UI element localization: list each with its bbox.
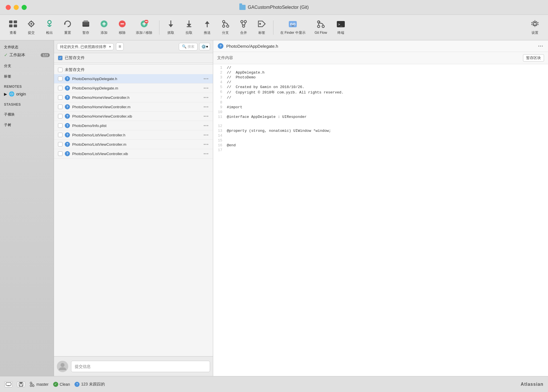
toolbar-checkout[interactable]: 检出 [41,18,58,37]
file-row-6[interactable]: ? PhotoDemo/ListViewController.h [54,130,213,140]
file-row-6-checkbox[interactable] [58,133,63,137]
file-row-5-checkbox[interactable] [58,123,63,128]
sidebar-origin[interactable]: ▶ 🌐 origin [0,90,54,98]
line-number: 10 [213,110,227,114]
toolbar-stash[interactable]: 暂存 [77,18,94,37]
file-row-3-checkbox[interactable] [58,105,63,109]
file-row-5[interactable]: ? PhotoDemo/Info.plist [54,121,213,130]
terminal-icon: >_ [336,20,345,29]
file-row-2-name: PhotoDemo/HomeViewController.h [72,95,201,100]
svg-rect-1 [14,20,17,23]
file-row-8-name: PhotoDemo/ListViewController.xib [72,152,201,156]
minimize-btn[interactable] [14,5,19,10]
file-row-7-checkbox[interactable] [58,142,63,147]
file-panel: 待定的文件, 已依照路径排序 ≡ 🔍 搜索 ⚙️▾ 已暂存文件 [54,40,213,376]
line-number: 7 [213,95,227,100]
file-row-6-menu[interactable] [204,132,209,137]
file-row-8-menu[interactable] [204,151,209,156]
stash-section: 已暂存文件 [54,53,213,63]
code-line: 4 // [213,80,548,85]
svg-rect-2 [9,24,13,27]
toolbar-gitflow-label: Git Flow [315,31,327,35]
status-save-icon[interactable] [17,381,25,387]
file-filter-select[interactable]: 待定的文件, 已依照路径排序 [57,43,114,50]
file-row-8[interactable]: ? PhotoDemo/ListViewController.xib [54,149,213,159]
file-row-4-menu[interactable] [204,114,209,119]
code-line: 3 // PhotoDemo [213,75,548,80]
toolbar-reset[interactable]: 重置 [59,18,76,37]
file-row-2-checkbox[interactable] [58,95,63,100]
file-row-1-menu[interactable] [204,86,209,91]
stash-header[interactable]: 已暂存文件 [54,53,213,63]
toolbar-fetch[interactable]: 抓取 [162,18,179,37]
toolbar-push-label: 推送 [204,30,211,35]
toolbar-add-remove-label: 添加 / 移除 [136,30,152,35]
line-number: 17 [213,148,227,152]
close-btn[interactable] [6,5,11,10]
toolbar-tag[interactable]: 标签 [253,18,270,37]
commit-input[interactable] [71,361,210,372]
untracked-icon: ? [74,382,80,387]
file-row-0-checkbox[interactable] [58,76,63,81]
toolbar-push[interactable]: 推送 [199,18,216,37]
search-settings-btn[interactable]: ⚙️▾ [199,43,210,50]
toolbar-merge[interactable]: 合并 [235,18,252,37]
settings-icon [530,20,539,29]
file-row-0[interactable]: ? PhotoDemo/AppDelegate.h [54,74,213,84]
working-copy-check-icon: ✓ [4,52,8,58]
file-row-7-name: PhotoDemo/ListViewController.m [72,142,201,147]
stash-checkbox[interactable] [58,56,63,60]
file-row-2-menu[interactable] [204,95,209,100]
clean-label: Clean [60,382,70,387]
file-row-8-checkbox[interactable] [58,151,63,156]
file-row-4-checkbox[interactable] [58,114,63,118]
stash-block-btn[interactable]: 暂存区块 [523,54,544,62]
toolbar-view[interactable]: 查看 [5,18,22,37]
toolbar-commit[interactable]: 提交 [23,18,40,37]
file-row-5-menu[interactable] [204,123,209,128]
toolbar-settings[interactable]: 设置 [526,18,543,37]
sidebar-working-copy[interactable]: ✓ 工作副本 123 [0,51,54,59]
file-row-1-icon: ? [65,86,70,91]
unstash-section-label: 未暂存文件 [65,67,85,72]
branch-name: master [36,382,49,387]
file-row-7[interactable]: ? PhotoDemo/ListViewController.m [54,140,213,149]
toolbar-terminal[interactable]: >_ 终端 [332,18,349,37]
file-row-1[interactable]: ? PhotoDemo/AppDelegate.m [54,84,213,93]
status-clean: ✓ Clean [53,382,70,387]
toolbar-gitflow[interactable]: Git Flow [311,18,331,36]
file-row-0-menu[interactable] [204,76,209,81]
toolbar-branch[interactable]: 分支 [217,18,234,37]
line-content: // [227,66,548,70]
toolbar-finder[interactable]: 在 Finder 中显示 [276,18,310,37]
code-panel-header: ? PhotoDemo/AppDelegate.h [213,40,548,52]
file-row-0-icon: ? [65,76,70,81]
toolbar-remove[interactable]: 移除 [114,18,131,37]
folder-icon [239,5,246,10]
unstash-section-checkbox[interactable] [58,68,63,72]
file-row-1-checkbox[interactable] [58,86,63,90]
status-screen-icon[interactable] [5,381,13,387]
expand-icon: ▶ [4,92,7,96]
svg-point-5 [30,23,32,25]
svg-rect-41 [289,21,297,27]
toolbar-add-remove[interactable]: 添加 / 移除 [132,18,156,37]
sidebar: 文件状态 ✓ 工作副本 123 分支 标签 REMOTES ▶ 🌐 origin… [0,40,54,376]
code-more-btn[interactable] [538,43,543,49]
remove-icon [118,20,127,29]
status-untracked: ? 123 未跟踪的 [74,382,105,387]
line-content: // Created by Gamin on 2018/10/26. [227,85,548,89]
maximize-btn[interactable] [22,5,27,10]
file-row-4[interactable]: ? PhotoDemo/HomeViewController.xib [54,112,213,121]
toolbar-terminal-label: 终端 [337,30,344,35]
file-row-3[interactable]: ? PhotoDemo/HomeViewController.m [54,102,213,112]
search-bar[interactable]: 🔍 搜索 [179,43,198,51]
file-row-3-menu[interactable] [204,104,209,109]
toolbar-pull[interactable]: 拉取 [180,18,198,37]
file-row-7-menu[interactable] [204,142,209,147]
toolbar-add[interactable]: 添加 [96,18,113,37]
code-line: 1 // [213,65,548,70]
line-number: 9 [213,105,227,109]
file-row-2[interactable]: ? PhotoDemo/HomeViewController.h [54,93,213,102]
filter-menu-btn[interactable]: ≡ [116,43,124,51]
